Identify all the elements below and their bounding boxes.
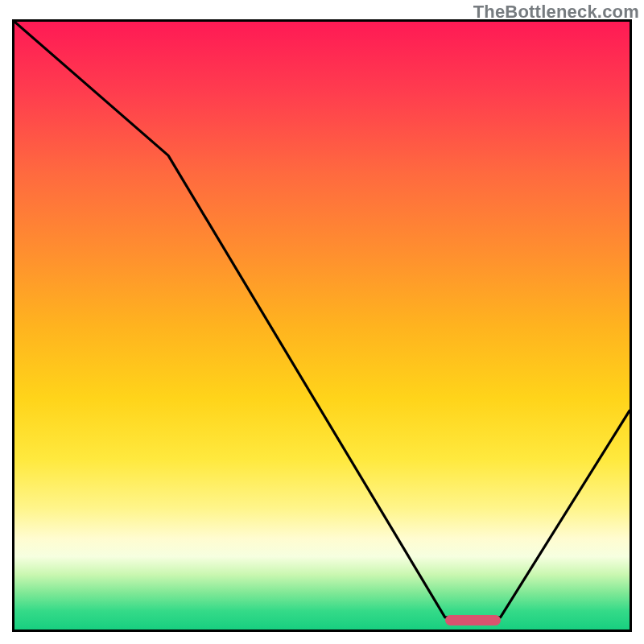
optimum-marker [445, 615, 501, 625]
curve-svg [14, 22, 630, 630]
plot-frame [12, 19, 632, 632]
chart-canvas: TheBottleneck.com [0, 0, 644, 644]
plot-area [14, 22, 630, 630]
bottleneck-curve-path [14, 22, 630, 617]
